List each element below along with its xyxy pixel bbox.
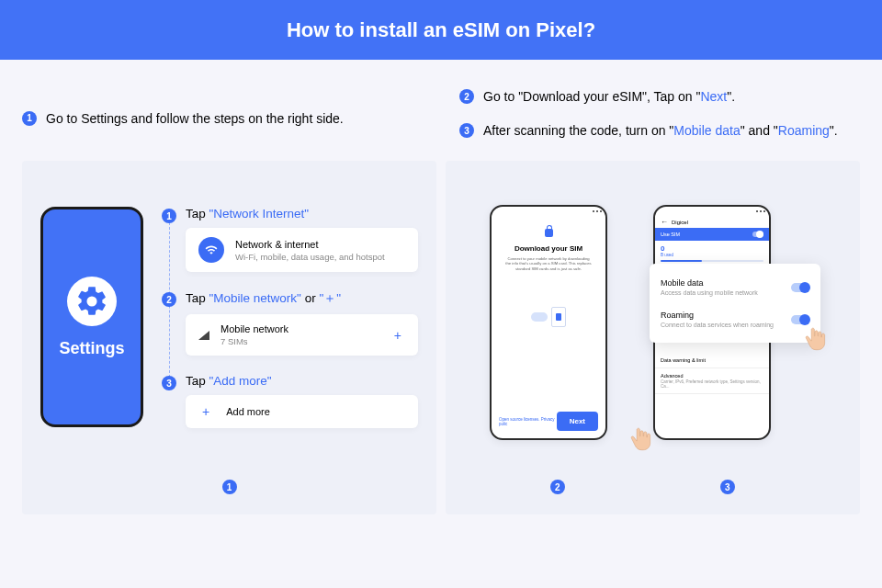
mobile-data-toggle[interactable] — [791, 283, 809, 292]
panel-2-footer-badge: 2 — [550, 480, 565, 494]
toggles-overlay-card: Mobile data Access data using mobile net… — [650, 264, 820, 343]
panels-row: Settings 1 Tap "Network Internet" — [0, 150, 882, 514]
add-more-card[interactable]: + Add more — [186, 395, 418, 428]
network-internet-card[interactable]: Network & internet Wi-Fi, mobile, data u… — [186, 228, 418, 272]
substep-2-badge: 2 — [162, 292, 176, 307]
network-card-title: Network & internet — [235, 239, 385, 250]
roaming-text: Roaming Connect to data services when ro… — [661, 311, 774, 328]
roaming-title: Roaming — [661, 311, 774, 320]
i2-post: ". — [727, 89, 735, 104]
badge-2: 2 — [459, 89, 474, 104]
back-icon[interactable]: ← — [661, 218, 668, 226]
instruction-3-text: After scanning the code, turn on "Mobile… — [483, 121, 838, 141]
settings-label: Settings — [59, 339, 124, 358]
substep-3-body: Tap "Add more" + Add more — [186, 374, 418, 428]
i3-pre: After scanning the code, turn on " — [483, 123, 673, 138]
panel-steps-2-3: Download your SIM Connect to your mobile… — [446, 161, 860, 514]
i3-mid: " and " — [741, 123, 778, 138]
steps-column: 1 Tap "Network Internet" Network & inter… — [162, 207, 418, 437]
sim-card-icon — [551, 307, 566, 327]
lock-icon — [545, 229, 553, 237]
s3-link: "Add more" — [209, 374, 272, 388]
i3-post: ". — [830, 123, 838, 138]
s1-link: "Network Internet" — [209, 207, 310, 220]
phone-download-sim: Download your SIM Connect to your mobile… — [490, 205, 607, 440]
mobile-data-toggle-row[interactable]: Mobile data Access data using mobile net… — [661, 273, 809, 301]
mobile-network-sub: 7 SIMs — [220, 336, 288, 346]
data-warn-label: Data warning & limit — [661, 357, 763, 363]
substep-3: 3 Tap "Add more" + Add more — [162, 374, 418, 428]
mobile-network-text: Mobile network 7 SIMs — [220, 323, 288, 346]
panel-3-footer-badge: 3 — [720, 480, 735, 494]
carrier-name: Digicel — [672, 220, 688, 225]
plus-icon: + — [202, 404, 209, 419]
mobile-data-title: Mobile data — [661, 278, 758, 288]
mobile-data-sub: Access data using mobile network — [661, 289, 758, 296]
instruction-2-text: Go to "Download your eSIM", Tap on "Next… — [483, 87, 735, 107]
substep-2: 2 Tap "Mobile network" or "＋" Mobile net… — [162, 290, 418, 356]
download-sim-screen: Download your SIM Connect to your mobile… — [492, 216, 605, 335]
i2-pre: Go to "Download your eSIM", Tap on " — [483, 89, 700, 104]
download-sim-footer: Open source licenses. Privacy polic Next — [499, 412, 598, 431]
instruction-3: 3 After scanning the code, turn on "Mobi… — [459, 121, 860, 141]
advanced-label: Advanced — [661, 373, 763, 379]
settings-phone-mock: Settings — [40, 207, 143, 427]
screen-top-bar: ← Digicel — [655, 216, 769, 228]
panel-step-1: Settings 1 Tap "Network Internet" — [22, 161, 436, 514]
page-header: How to install an eSIM on Pixel? — [0, 0, 882, 60]
mobile-network-card[interactable]: Mobile network 7 SIMs + — [186, 314, 418, 356]
page-title: How to install an eSIM on Pixel? — [287, 18, 595, 42]
substep-3-badge: 3 — [162, 376, 176, 390]
hand-pointer-icon — [629, 426, 653, 454]
gear-icon — [67, 277, 117, 326]
usage-b-used: B used — [661, 253, 763, 257]
wifi-icon — [198, 237, 224, 263]
download-sim-title: Download your SIM — [499, 244, 598, 253]
s2-mid: or — [301, 291, 320, 305]
roaming-toggle[interactable] — [791, 315, 809, 324]
network-card-sub: Wi-Fi, mobile, data usage, and hotspot — [235, 252, 385, 262]
mobile-data-text: Mobile data Access data using mobile net… — [661, 278, 758, 296]
next-button[interactable]: Next — [557, 412, 598, 431]
substep-2-body: Tap "Mobile network" or "＋" Mobile netwo… — [186, 290, 418, 356]
instruction-2: 2 Go to "Download your eSIM", Tap on "Ne… — [459, 87, 860, 107]
advanced-row[interactable]: Advanced Carrier, IPv6, Preferred networ… — [655, 368, 769, 394]
plus-icon[interactable]: + — [390, 328, 405, 343]
s1-pre: Tap — [186, 207, 209, 220]
sim-illustration — [499, 299, 598, 335]
i3-link-roaming: Roaming — [778, 123, 830, 138]
usage-bar — [661, 260, 763, 262]
mobile-network-title: Mobile network — [220, 323, 288, 334]
substep-3-label: Tap "Add more" — [186, 374, 418, 388]
statusbar — [492, 207, 605, 216]
advanced-sub: Carrier, IPv6, Preferred network type, S… — [661, 379, 763, 389]
use-sim-toggle[interactable] — [752, 232, 763, 237]
badge-3: 3 — [459, 123, 474, 138]
roaming-sub: Connect to data services when roaming — [661, 322, 774, 328]
roaming-toggle-row[interactable]: Roaming Connect to data services when ro… — [661, 305, 809, 334]
instruction-1: 1 Go to Settings and follow the steps on… — [22, 109, 344, 129]
instruction-1-text: Go to Settings and follow the steps on t… — [46, 109, 344, 129]
data-warning-row[interactable]: Data warning & limit — [655, 353, 769, 368]
use-sim-label: Use SIM — [661, 232, 680, 237]
statusbar — [655, 207, 769, 216]
s2-pre: Tap — [186, 291, 209, 305]
network-card-text: Network & internet Wi-Fi, mobile, data u… — [235, 239, 385, 262]
hand-pointer-icon — [804, 326, 828, 354]
badge-1: 1 — [22, 111, 37, 126]
panel-1-footer-badge: 1 — [222, 480, 237, 494]
licenses-link[interactable]: Open source licenses. Privacy polic — [499, 417, 557, 426]
panel-1-content: Settings 1 Tap "Network Internet" — [22, 161, 436, 456]
use-sim-row[interactable]: Use SIM — [655, 228, 769, 241]
i3-link-mobile-data: Mobile data — [673, 123, 740, 138]
substep-2-label: Tap "Mobile network" or "＋" — [186, 290, 418, 307]
i2-link-next: Next — [700, 89, 727, 104]
mobile-network-left: Mobile network 7 SIMs — [198, 323, 288, 346]
instructions-row: 1 Go to Settings and follow the steps on… — [0, 60, 882, 150]
cloud-icon — [531, 312, 548, 322]
s2-link2: "＋" — [319, 291, 341, 305]
s3-pre: Tap — [186, 374, 209, 388]
substep-1-badge: 1 — [162, 209, 176, 223]
panel-right-content: Download your SIM Connect to your mobile… — [446, 161, 860, 514]
substep-1: 1 Tap "Network Internet" Network & inter… — [162, 207, 418, 272]
